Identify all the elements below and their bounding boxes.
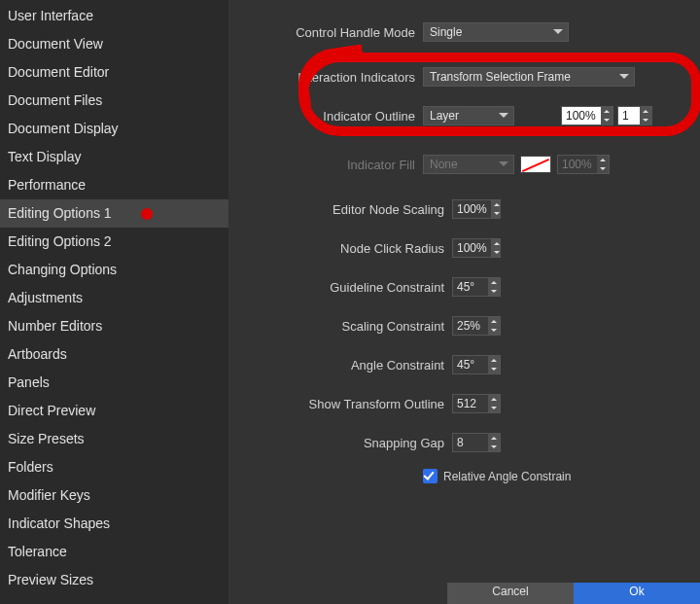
- angle-constraint-stepper[interactable]: 45°: [452, 355, 501, 374]
- guideline-constraint-value: 45°: [453, 278, 488, 296]
- snapping-gap-label: Snapping Gap: [228, 436, 452, 450]
- sidebar-item-text-display[interactable]: Text Display: [0, 143, 228, 171]
- show-transform-outline-stepper[interactable]: 512: [452, 394, 501, 413]
- editor-node-scaling-value: 100%: [453, 200, 491, 218]
- snapping-gap-stepper[interactable]: 8: [452, 433, 501, 452]
- node-click-radius-value: 100%: [453, 239, 491, 257]
- editor-node-scaling-label: Editor Node Scaling: [228, 202, 452, 217]
- sidebar-item-tolerance[interactable]: Tolerance: [0, 538, 228, 566]
- sidebar-item-user-interface[interactable]: User Interface: [0, 2, 228, 30]
- indicator-fill-opacity-stepper: 100%: [557, 155, 610, 174]
- sidebar-item-preview-sizes[interactable]: Preview Sizes: [0, 566, 228, 594]
- editor-node-scaling-stepper[interactable]: 100%: [452, 199, 501, 219]
- angle-constraint-value: 45°: [453, 356, 488, 373]
- ok-button[interactable]: Ok: [574, 583, 700, 604]
- control-handle-mode-dropdown[interactable]: Single: [423, 22, 569, 42]
- control-handle-mode-label: Control Handle Mode: [228, 25, 423, 40]
- sidebar-item-document-view[interactable]: Document View: [0, 30, 228, 58]
- angle-constraint-label: Angle Constraint: [228, 358, 452, 373]
- sidebar-item-performance[interactable]: Performance: [0, 171, 228, 199]
- dialog-buttons: Cancel Ok: [447, 583, 700, 604]
- relative-angle-constrain-checkbox[interactable]: [423, 469, 438, 483]
- sidebar-item-indicator-shapes[interactable]: Indicator Shapes: [0, 510, 228, 538]
- sidebar-item-adjustments[interactable]: Adjustments: [0, 284, 228, 312]
- indicator-outline-opacity-stepper[interactable]: 100%: [561, 106, 613, 125]
- indicator-fill-dropdown: None: [423, 155, 514, 174]
- indicator-outline-value: Layer: [430, 109, 459, 123]
- sidebar-item-modifier-keys[interactable]: Modifier Keys: [0, 481, 228, 510]
- scaling-constraint-stepper[interactable]: 25%: [452, 316, 501, 336]
- sidebar-item-folders[interactable]: Folders: [0, 453, 228, 481]
- indicator-fill-opacity-value: 100%: [558, 156, 597, 173]
- indicator-outline-dropdown[interactable]: Layer: [423, 106, 514, 125]
- sidebar-item-size-presets[interactable]: Size Presets: [0, 425, 228, 453]
- chevron-down-icon: [499, 161, 508, 166]
- indicator-fill-value: None: [430, 158, 458, 171]
- interaction-indicators-label: Interaction Indicators: [228, 70, 423, 85]
- chevron-down-icon: [553, 29, 563, 34]
- scaling-constraint-value: 25%: [453, 317, 488, 335]
- guideline-constraint-label: Guideline Constraint: [228, 280, 452, 295]
- node-click-radius-stepper[interactable]: 100%: [452, 238, 501, 258]
- sidebar-item-document-files[interactable]: Document Files: [0, 87, 228, 115]
- sidebar-item-changing-options[interactable]: Changing Options: [0, 256, 228, 284]
- snapping-gap-value: 8: [453, 434, 488, 451]
- control-handle-mode-value: Single: [430, 25, 462, 39]
- indicator-fill-label: Indicator Fill: [228, 158, 423, 172]
- sidebar-item-artboards[interactable]: Artboards: [0, 340, 228, 369]
- relative-angle-constrain-label: Relative Angle Constrain: [443, 470, 571, 483]
- settings-panel: Control Handle Mode Single Interaction I…: [228, 0, 700, 604]
- sidebar-item-number-editors[interactable]: Number Editors: [0, 312, 228, 340]
- sidebar-item-editing-options-2[interactable]: Editing Options 2: [0, 228, 228, 256]
- scaling-constraint-label: Scaling Constraint: [228, 319, 452, 334]
- relative-angle-constrain-row[interactable]: Relative Angle Constrain: [423, 469, 571, 483]
- sidebar-item-document-editor[interactable]: Document Editor: [0, 58, 228, 87]
- indicator-outline-width-value: 1: [618, 107, 640, 124]
- interaction-indicators-dropdown[interactable]: Transform Selection Frame: [423, 67, 635, 87]
- guideline-constraint-stepper[interactable]: 45°: [452, 277, 501, 297]
- sidebar-item-panels[interactable]: Panels: [0, 369, 228, 397]
- sidebar-item-editing-options-1[interactable]: Editing Options 1: [0, 199, 228, 228]
- chevron-down-icon: [499, 113, 508, 118]
- sidebar-item-document-display[interactable]: Document Display: [0, 115, 228, 143]
- sidebar: User Interface Document View Document Ed…: [0, 0, 228, 604]
- show-transform-outline-value: 512: [453, 395, 488, 412]
- indicator-outline-label: Indicator Outline: [228, 109, 423, 124]
- cancel-button[interactable]: Cancel: [447, 583, 574, 604]
- indicator-fill-swatch: [520, 156, 551, 173]
- indicator-outline-opacity-value: 100%: [562, 107, 601, 124]
- interaction-indicators-value: Transform Selection Frame: [430, 70, 571, 84]
- show-transform-outline-label: Show Transform Outline: [228, 397, 452, 411]
- chevron-down-icon: [619, 74, 629, 79]
- sidebar-item-direct-preview[interactable]: Direct Preview: [0, 397, 228, 425]
- node-click-radius-label: Node Click Radius: [228, 241, 452, 256]
- indicator-outline-width-stepper[interactable]: 1: [617, 106, 652, 125]
